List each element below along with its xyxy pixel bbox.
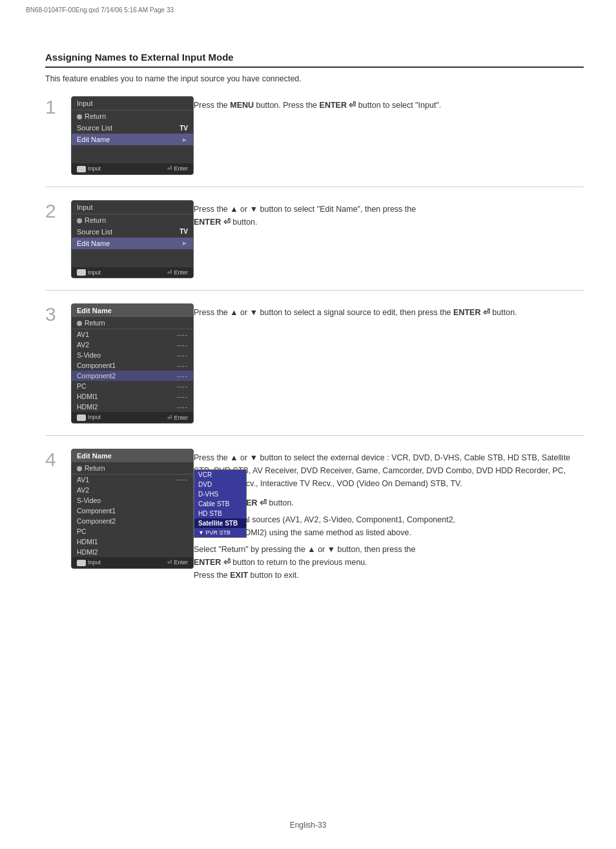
edit-svideo-item: S-Video---- xyxy=(72,350,193,360)
pc-dashes: ---- xyxy=(177,383,188,390)
edit-comp1-item: Component1---- xyxy=(72,360,193,371)
step-3-row: 3 Edit Name Return AV1---- AV2---- S-Vid… xyxy=(45,303,584,436)
edit-pc-item: PC---- xyxy=(72,381,193,391)
footer-input-label: Input xyxy=(77,165,101,172)
return-dot-2 xyxy=(77,218,82,223)
header-bar: BN68-01047F-00Eng.qxd 7/14/06 5:16 AM Pa… xyxy=(26,6,590,14)
step-2-row: 2 Input Return Source List TV Edit Name … xyxy=(45,200,584,291)
menu-input-footer-2: Input ⏎ Enter xyxy=(72,267,193,278)
section-desc: This feature enables you to name the inp… xyxy=(45,74,584,83)
edit-name-box-2-container: Edit Name Return AV1---- AV2 S-Video Com… xyxy=(71,449,194,569)
edit-hdmi2-item-2: HDMI2 xyxy=(72,547,193,557)
dropdown-vcr: VCR xyxy=(194,470,246,480)
footer-input-label-4: Input xyxy=(77,559,101,566)
source-list-value: TV xyxy=(180,125,188,132)
footer-enter-label-4: ⏎ Enter xyxy=(167,559,188,566)
step-2-number: 2 xyxy=(45,200,61,221)
step1-enter-bold: ENTER ⏎ xyxy=(320,101,356,110)
return-dot-3 xyxy=(77,321,82,326)
av1-dashes: ---- xyxy=(177,331,188,338)
step1-menu-bold: MENU xyxy=(230,101,254,110)
comp1-dashes: ---- xyxy=(177,362,188,369)
menu-edit-name-item-2: Edit Name ► xyxy=(72,238,193,249)
source-list-value-2: TV xyxy=(180,228,188,235)
step4-enter-bold-2: ENTER ⏎ xyxy=(194,558,231,567)
dropdown-satellite-stb: Satellite STB xyxy=(194,518,246,528)
edit-return-item-2: Return xyxy=(72,462,193,475)
dropdown-cable-stb: Cable STB xyxy=(194,499,246,509)
menu-return-item-2: Return xyxy=(72,214,193,226)
edit-hdmi1-item: HDMI1---- xyxy=(72,391,193,402)
comp2-dashes: ---- xyxy=(177,373,188,380)
input-icon-4 xyxy=(77,560,86,566)
dropdown-dvhs: D-VHS xyxy=(194,489,246,499)
menu-input-footer: Input ⏎ Enter xyxy=(72,163,193,174)
edit-comp1-item-2: Component1 xyxy=(72,506,193,516)
dropdown-pvr-stb: ▼ PVR STB xyxy=(194,528,246,537)
step-4-row: 4 Edit Name Return AV1---- AV2 S-Video xyxy=(45,449,584,597)
step-4-number: 4 xyxy=(45,449,61,469)
edit-av2-item-2: AV2 xyxy=(72,485,193,495)
svideo-dashes: ---- xyxy=(177,352,188,359)
edit-av1-item-2: AV1---- xyxy=(72,475,193,485)
hdmi2-dashes: ---- xyxy=(177,404,188,411)
step-1-text: Press the MENU button. Press the ENTER ⏎… xyxy=(194,96,584,112)
edit-name-footer-1: Input ⏎ Enter xyxy=(72,412,193,423)
edit-av2-item: AV2---- xyxy=(72,340,193,350)
step4-extra: Press the ENTER ⏎ button. Set other sign… xyxy=(194,496,584,582)
section-title: Assigning Names to External Input Mode xyxy=(45,52,584,68)
hdmi1-dashes: ---- xyxy=(177,393,188,400)
step4-para3: Select "Return" by pressing the ▲ or ▼ b… xyxy=(194,543,584,582)
footer-enter-label: ⏎ Enter xyxy=(167,165,188,172)
menu-edit-name-item: Edit Name ► xyxy=(72,134,193,145)
footer-input-label-3: Input xyxy=(77,414,101,421)
footer-enter-label-2: ⏎ Enter xyxy=(167,269,188,276)
return-dot xyxy=(77,114,82,119)
step-3-number: 3 xyxy=(45,303,61,324)
step-4-text: Press the ▲ or ▼ button to select the ex… xyxy=(194,449,584,586)
menu-source-list-item: Source List TV xyxy=(72,122,193,134)
step3-enter-bold: ENTER ⏎ xyxy=(453,308,490,317)
input-icon xyxy=(77,166,86,172)
input-icon-2 xyxy=(77,269,86,276)
step4-para1: Press the ENTER ⏎ button. xyxy=(194,496,584,509)
menu-input-box: Input Return Source List TV Edit Name ► … xyxy=(71,96,194,175)
input-icon-3 xyxy=(77,414,86,421)
step-1-number: 1 xyxy=(45,96,61,117)
dropdown-hd-stb: HD STB xyxy=(194,509,246,518)
step4-para2: Set other signal sources (AV1, AV2, S-Vi… xyxy=(194,513,584,539)
step-2-text: Press the ▲ or ▼ button to select "Edit … xyxy=(194,200,584,229)
step2-enter-bold: ENTER ⏎ xyxy=(194,218,231,227)
av1-dashes-2: ---- xyxy=(177,476,188,483)
menu-source-list-item-2: Source List TV xyxy=(72,226,193,238)
edit-comp2-item-2: Component2 xyxy=(72,516,193,526)
edit-comp2-item-highlighted: Component2---- xyxy=(72,371,193,381)
edit-name-footer-2: Input ⏎ Enter xyxy=(72,557,193,568)
footer-input-label-2: Input xyxy=(77,269,101,276)
edit-return-item-1: Return xyxy=(72,317,193,329)
menu-input-title: Input xyxy=(72,97,193,110)
page-number: English-33 xyxy=(290,821,327,830)
step4-exit-bold: EXIT xyxy=(230,571,248,580)
av2-dashes: ---- xyxy=(177,342,188,349)
edit-name-title-1: Edit Name xyxy=(72,304,193,317)
edit-pc-item-2: PC xyxy=(72,526,193,537)
edit-hdmi2-item: HDMI2---- xyxy=(72,402,193,412)
file-info: BN68-01047F-00Eng.qxd 7/14/06 5:16 AM Pa… xyxy=(26,6,174,14)
main-content: Assigning Names to External Input Mode T… xyxy=(45,52,584,610)
edit-name-box-2: Edit Name Return AV1---- AV2 S-Video Com… xyxy=(71,449,194,569)
menu-return-item: Return xyxy=(72,110,193,122)
edit-name-box-1: Edit Name Return AV1---- AV2---- S-Video… xyxy=(71,303,194,424)
edit-name-arrow-2: ► xyxy=(181,240,188,247)
dropdown-submenu: VCR DVD D-VHS Cable STB HD STB Satellite… xyxy=(194,469,247,538)
step-3-text: Press the ▲ or ▼ button to select a sign… xyxy=(194,303,584,319)
return-dot-4 xyxy=(77,466,82,471)
edit-hdmi1-item-2: HDMI1 xyxy=(72,537,193,547)
edit-av1-item: AV1---- xyxy=(72,329,193,340)
dropdown-dvd: DVD xyxy=(194,480,246,489)
footer-enter-label-3: ⏎ Enter xyxy=(167,414,188,421)
menu-input-title-2: Input xyxy=(72,201,193,214)
edit-name-arrow: ► xyxy=(181,136,188,143)
menu-input-box-2: Input Return Source List TV Edit Name ► … xyxy=(71,200,194,279)
edit-svideo-item-2: S-Video xyxy=(72,495,193,506)
